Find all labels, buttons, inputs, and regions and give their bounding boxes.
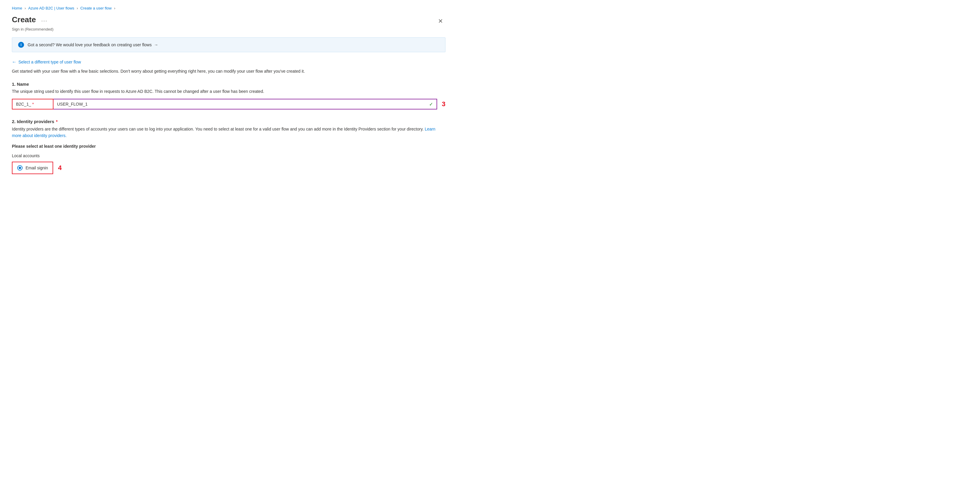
required-star-2: * bbox=[56, 119, 57, 124]
input-check-icon: ✓ bbox=[429, 101, 433, 107]
section2-title: 2. Identity providers bbox=[12, 119, 54, 124]
header-left: Create ... bbox=[12, 15, 49, 24]
required-star-1: * bbox=[32, 102, 34, 106]
section1-description: The unique string used to identify this … bbox=[12, 89, 445, 95]
page-title: Create bbox=[12, 15, 36, 24]
annotation-4: 4 bbox=[58, 164, 62, 172]
info-banner-text: Got a second? We would love your feedbac… bbox=[28, 43, 158, 47]
breadcrumb-home[interactable]: Home bbox=[12, 6, 22, 10]
breadcrumb-sep-1: › bbox=[25, 6, 26, 10]
ellipsis-button[interactable]: ... bbox=[40, 16, 49, 24]
breadcrumb-sep-3: › bbox=[114, 6, 115, 10]
local-accounts-label: Local accounts bbox=[12, 153, 445, 158]
name-input-wrapper: ✓ bbox=[54, 99, 437, 109]
name-prefix: B2C_1_ bbox=[16, 102, 31, 106]
identity-desc-text: Identity providers are the different typ… bbox=[12, 127, 425, 132]
info-banner[interactable]: i Got a second? We would love your feedb… bbox=[12, 37, 445, 52]
back-link-label: Select a different type of user flow bbox=[18, 60, 81, 64]
name-prefix-box: B2C_1_ * bbox=[12, 99, 54, 109]
annotation-3: 3 bbox=[442, 101, 445, 107]
back-arrow-icon: ← bbox=[12, 59, 17, 65]
flow-description: Get started with your user flow with a f… bbox=[12, 68, 445, 75]
email-signin-option[interactable]: Email signin bbox=[12, 162, 53, 174]
header-row: Create ... ✕ bbox=[12, 15, 445, 26]
name-input-row: B2C_1_ * ✓ 3 bbox=[12, 99, 445, 109]
info-arrow: → bbox=[154, 43, 158, 47]
identity-description: Identity providers are the different typ… bbox=[12, 126, 445, 139]
section2-title-row: 2. Identity providers * bbox=[12, 119, 445, 124]
breadcrumb-sep-2: › bbox=[76, 6, 78, 10]
please-select-text: Please select at least one identity prov… bbox=[12, 144, 445, 149]
email-signin-label: Email signin bbox=[25, 165, 48, 170]
radio-inner bbox=[19, 167, 21, 169]
breadcrumb-create-user-flow[interactable]: Create a user flow bbox=[80, 6, 112, 10]
page-subtitle: Sign in (Recommended) bbox=[12, 27, 445, 32]
section1-title: 1. Name bbox=[12, 82, 445, 87]
back-link[interactable]: ← Select a different type of user flow bbox=[12, 59, 445, 65]
page-container: Home › Azure AD B2C | User flows › Creat… bbox=[0, 0, 457, 180]
info-icon: i bbox=[18, 42, 24, 48]
close-button[interactable]: ✕ bbox=[436, 16, 445, 26]
breadcrumb-user-flows[interactable]: Azure AD B2C | User flows bbox=[28, 6, 74, 10]
name-input[interactable] bbox=[54, 99, 436, 109]
breadcrumb: Home › Azure AD B2C | User flows › Creat… bbox=[12, 6, 445, 10]
radio-circle bbox=[17, 165, 22, 171]
